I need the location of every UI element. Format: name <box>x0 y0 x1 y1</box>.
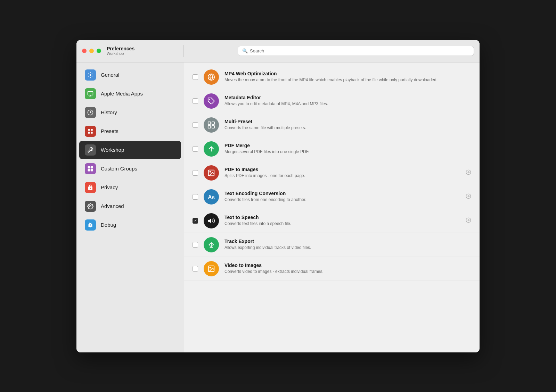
list-item: Track Export Allows exporting individual… <box>184 233 480 257</box>
search-input[interactable] <box>250 48 469 53</box>
multi-preset-info: Multi-Preset Converts the same file with… <box>224 119 471 131</box>
list-item: Text to Speech Converts text files into … <box>184 209 480 233</box>
sidebar-item-label-privacy: Privacy <box>101 184 118 190</box>
sidebar-item-privacy[interactable]: Privacy <box>79 178 181 197</box>
maximize-button[interactable] <box>97 49 101 53</box>
svg-point-29 <box>210 267 211 268</box>
presets-icon <box>85 126 96 137</box>
svg-rect-1 <box>88 91 93 95</box>
track-export-info: Track Export Allows exporting individual… <box>224 239 471 251</box>
sidebar-item-apple-media-apps[interactable]: Apple Media Apps <box>79 85 181 103</box>
pdf-merge-name: PDF Merge <box>224 143 471 148</box>
content-area: General Apple Media Apps History <box>76 62 480 352</box>
workshop-icon <box>85 144 96 156</box>
pdf-merge-desc: Merges several PDF files into one single… <box>224 149 471 155</box>
pdf-merge-icon <box>204 141 219 157</box>
metadata-editor-info: Metadata Editor Allows you to edit metad… <box>224 95 471 107</box>
debug-icon <box>85 219 96 231</box>
text-to-speech-desc: Converts text files into a speech file. <box>224 221 460 227</box>
plugin-list: MP4 Web Optimization Moves the moov atom… <box>184 62 480 284</box>
list-item: Multi-Preset Converts the same file with… <box>184 113 480 137</box>
list-item: PDF Merge Merges several PDF files into … <box>184 137 480 161</box>
sidebar-item-label-custom-groups: Custom Groups <box>101 166 137 172</box>
list-item: Aa Text Encoding Conversion Converts fil… <box>184 185 480 209</box>
svg-rect-7 <box>88 166 90 168</box>
pdf-to-images-arrow[interactable] <box>466 169 471 176</box>
text-encoding-name: Text Encoding Conversion <box>224 191 460 196</box>
metadata-editor-icon <box>204 93 219 109</box>
svg-point-0 <box>90 74 91 76</box>
window-subtitle: Workshop <box>107 51 134 56</box>
custom-groups-icon <box>85 163 96 174</box>
svg-rect-18 <box>212 125 214 128</box>
sidebar-item-custom-groups[interactable]: Custom Groups <box>79 160 181 178</box>
mp4-web-optimization-icon <box>204 69 219 85</box>
sidebar-item-label-apple-media-apps: Apple Media Apps <box>101 91 143 97</box>
list-item: PDF to Images Splits PDF into images - o… <box>184 161 480 185</box>
track-export-desc: Allows exporting individual tracks of vi… <box>224 245 471 251</box>
svg-rect-9 <box>88 169 90 171</box>
svg-rect-6 <box>91 132 93 133</box>
titlebar: Preferences Workshop 🔍 <box>76 40 480 62</box>
sidebar-item-label-workshop: Workshop <box>101 147 124 153</box>
sidebar-item-workshop[interactable]: Workshop <box>79 141 181 159</box>
sidebar-item-label-history: History <box>101 109 117 115</box>
mp4-web-optimization-checkbox[interactable] <box>193 74 198 80</box>
metadata-editor-checkbox[interactable] <box>193 98 198 104</box>
svg-point-11 <box>90 205 91 207</box>
sidebar-item-presets[interactable]: Presets <box>79 122 181 140</box>
pdf-to-images-desc: Splits PDF into images - one for each pa… <box>224 173 460 179</box>
sidebar-item-label-debug: Debug <box>101 222 116 228</box>
svg-rect-3 <box>88 129 90 131</box>
list-item: Metadata Editor Allows you to edit metad… <box>184 89 480 113</box>
svg-rect-10 <box>91 169 93 171</box>
svg-marker-25 <box>208 218 211 223</box>
pdf-merge-info: PDF Merge Merges several PDF files into … <box>224 143 471 155</box>
general-icon <box>85 69 96 81</box>
text-to-speech-name: Text to Speech <box>224 215 460 220</box>
list-item: Video to Images Converts video to images… <box>184 257 480 281</box>
list-item: MP4 Web Optimization Moves the moov atom… <box>184 65 480 89</box>
multi-preset-desc: Converts the same file with multiple pre… <box>224 125 471 131</box>
text-encoding-checkbox[interactable] <box>193 194 198 200</box>
video-to-images-icon <box>204 261 219 276</box>
privacy-icon <box>85 182 96 193</box>
pdf-merge-checkbox[interactable] <box>193 146 198 152</box>
sidebar-item-general[interactable]: General <box>79 66 181 84</box>
text-to-speech-info: Text to Speech Converts text files into … <box>224 215 460 227</box>
sidebar-item-history[interactable]: History <box>79 103 181 122</box>
sidebar-item-label-presets: Presets <box>101 128 118 134</box>
window-title: Preferences <box>107 46 134 52</box>
svg-point-20 <box>210 171 211 172</box>
minimize-button[interactable] <box>89 49 94 53</box>
mp4-web-optimization-desc: Moves the moov atom to the front of the … <box>224 77 471 83</box>
search-bar[interactable]: 🔍 <box>238 46 474 56</box>
svg-rect-5 <box>88 132 90 133</box>
metadata-editor-desc: Allows you to edit metadata of MP4, M4A … <box>224 101 471 107</box>
multi-preset-name: Multi-Preset <box>224 119 471 124</box>
main-content: MP4 Web Optimization Moves the moov atom… <box>184 62 480 352</box>
svg-rect-17 <box>208 125 211 128</box>
text-encoding-desc: Converts files from one encoding to anot… <box>224 197 460 203</box>
pdf-to-images-checkbox[interactable] <box>193 170 198 176</box>
track-export-icon <box>204 237 219 252</box>
track-export-checkbox[interactable] <box>193 242 198 248</box>
text-encoding-arrow[interactable] <box>466 193 471 200</box>
close-button[interactable] <box>82 49 87 53</box>
video-to-images-info: Video to Images Converts video to images… <box>224 262 471 275</box>
sidebar-item-debug[interactable]: Debug <box>79 216 181 234</box>
track-export-name: Track Export <box>224 239 471 244</box>
svg-rect-15 <box>208 122 211 124</box>
pdf-to-images-icon <box>204 165 219 181</box>
text-encoding-info: Text Encoding Conversion Converts files … <box>224 191 460 203</box>
text-to-speech-checkbox[interactable] <box>193 218 198 224</box>
sidebar-item-advanced[interactable]: Advanced <box>79 197 181 215</box>
text-to-speech-arrow[interactable] <box>466 217 471 224</box>
advanced-icon <box>85 201 96 212</box>
svg-rect-4 <box>91 129 93 131</box>
video-to-images-checkbox[interactable] <box>193 266 198 272</box>
titlebar-divider <box>183 45 183 57</box>
sidebar: General Apple Media Apps History <box>76 62 184 352</box>
search-icon: 🔍 <box>242 48 248 53</box>
multi-preset-checkbox[interactable] <box>193 122 198 128</box>
